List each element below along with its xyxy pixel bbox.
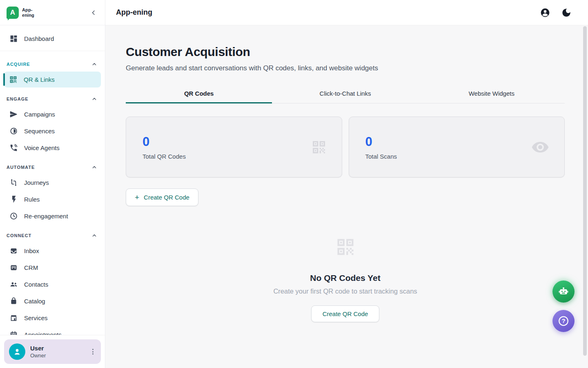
sidebar-divider (0, 51, 105, 51)
tab-website-widgets[interactable]: Website Widgets (419, 85, 565, 103)
user-name: User (30, 345, 46, 352)
sidebar-item-services[interactable]: Services (0, 310, 105, 326)
page-subtitle: Generate leads and start conversations w… (126, 64, 565, 72)
empty-state-subtitle: Create your first QR code to start track… (126, 287, 565, 295)
robot-icon (557, 285, 570, 298)
chevron-up-icon (91, 61, 98, 67)
sidebar-item-qr-links[interactable]: QR & Links (4, 72, 101, 88)
sidebar-item-dashboard[interactable]: Dashboard (0, 29, 105, 47)
sidebar-item-voice-agents[interactable]: Voice Agents (0, 139, 105, 156)
send-icon (9, 110, 18, 119)
sidebar-item-inbox[interactable]: Inbox (0, 242, 105, 259)
section-automate[interactable]: AUTOMATE (0, 156, 105, 174)
tab-bar: QR Codes Click-to-Chat Links Website Wid… (126, 85, 565, 103)
user-info: User Owner (30, 345, 46, 359)
shopping-bag-icon (9, 297, 18, 305)
section-engage[interactable]: ENGAGE (0, 88, 105, 106)
stat-card-total-qr-codes: 0 Total QR Codes (126, 117, 342, 177)
stat-value: 0 (365, 135, 397, 149)
main-area: App-ening Customer Acquisition Generate … (105, 0, 588, 368)
app-title: App-ening (116, 8, 152, 17)
app-logo: A App- ening (7, 7, 34, 19)
sidebar-collapse-button[interactable] (88, 7, 99, 18)
stat-label: Total Scans (365, 153, 397, 160)
empty-state-create-qr-code-button[interactable]: Create QR Code (311, 305, 380, 322)
inbox-icon (9, 247, 18, 255)
user-avatar (9, 343, 25, 360)
dashboard-grid-icon (9, 34, 18, 43)
sidebar-item-catalog[interactable]: Catalog (0, 293, 105, 310)
sidebar-header: A App- ening (0, 0, 105, 25)
phone-in-talk-icon (9, 144, 18, 152)
half-circle-icon (9, 127, 18, 135)
eye-icon (531, 138, 550, 157)
calendar-icon (9, 330, 18, 335)
stat-value: 0 (143, 135, 186, 149)
section-acquire[interactable]: ACQUIRE (0, 55, 105, 71)
sidebar-item-re-engagement[interactable]: Re-engagement (0, 208, 105, 224)
sidebar-item-sequences[interactable]: Sequences (0, 123, 105, 139)
assistant-fab-button[interactable] (552, 280, 575, 303)
qr-code-icon (311, 139, 327, 155)
qr-code-icon (335, 236, 356, 258)
sidebar-item-journeys[interactable]: Journeys (0, 174, 105, 191)
stat-card-total-scans: 0 Total Scans (349, 117, 565, 177)
stat-cards: 0 Total QR Codes 0 Total Scans (126, 117, 565, 177)
app-window: A App- ening Dashboard ACQUIRE (0, 0, 588, 368)
sidebar: A App- ening Dashboard ACQUIRE (0, 0, 105, 368)
tab-click-to-chat-links[interactable]: Click-to-Chat Links (272, 85, 418, 103)
top-bar: App-ening (105, 0, 588, 25)
stat-label: Total QR Codes (143, 153, 186, 160)
dark-mode-moon-icon[interactable] (561, 7, 572, 18)
chevron-up-icon (91, 96, 98, 102)
sidebar-item-rules[interactable]: Rules (0, 191, 105, 208)
top-bar-actions (540, 7, 572, 18)
chevron-up-icon (91, 164, 98, 171)
user-menu-kebab-icon[interactable] (90, 346, 96, 357)
account-icon[interactable] (540, 7, 550, 18)
help-question-icon (557, 315, 570, 327)
section-connect[interactable]: CONNECT (0, 224, 105, 242)
logo-mark-icon: A (7, 7, 19, 19)
sidebar-item-appointments[interactable]: Appointments (0, 326, 105, 335)
help-fab-button[interactable] (552, 310, 575, 332)
empty-state-title: No QR Codes Yet (126, 273, 565, 283)
people-icon (9, 280, 18, 289)
sidebar-item-campaigns[interactable]: Campaigns (0, 106, 105, 123)
sidebar-item-crm[interactable]: CRM (0, 259, 105, 276)
plus-icon: + (135, 193, 139, 201)
chevron-left-icon (90, 9, 97, 16)
create-qr-code-button[interactable]: + Create QR Code (126, 188, 198, 206)
user-card[interactable]: User Owner (4, 339, 101, 364)
sidebar-item-contacts[interactable]: Contacts (0, 276, 105, 293)
vertical-scrollbar[interactable] (583, 26, 587, 356)
chevron-up-icon (91, 232, 98, 239)
storefront-icon (9, 314, 18, 322)
page-title: Customer Acquisition (126, 45, 565, 59)
qr-code-icon (9, 75, 18, 84)
clock-icon (9, 212, 18, 220)
kanban-icon (9, 263, 18, 272)
logo-text: App- ening (22, 7, 34, 17)
lightning-bolt-icon (9, 195, 18, 204)
sidebar-nav: Dashboard ACQUIRE QR & Links ENGAGE Camp… (0, 25, 105, 335)
user-panel: User Owner (0, 335, 105, 368)
empty-state: No QR Codes Yet Create your first QR cod… (126, 236, 565, 322)
route-icon (9, 178, 18, 187)
user-role: Owner (30, 352, 46, 359)
person-icon (12, 347, 22, 357)
tab-qr-codes[interactable]: QR Codes (126, 85, 272, 103)
page-content: Customer Acquisition Generate leads and … (105, 25, 588, 368)
